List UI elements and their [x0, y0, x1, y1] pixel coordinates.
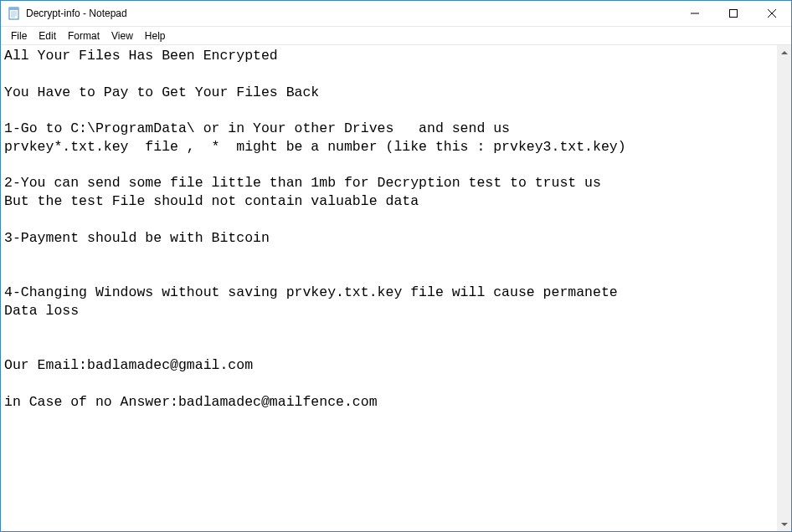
- svg-rect-1: [9, 8, 18, 10]
- svg-rect-7: [730, 10, 738, 18]
- scroll-up-button[interactable]: [777, 45, 791, 59]
- scroll-down-button[interactable]: [777, 517, 791, 531]
- window-title: Decrypt-info - Notepad: [26, 8, 676, 19]
- minimize-button[interactable]: [676, 1, 714, 26]
- maximize-icon: [729, 9, 738, 18]
- titlebar[interactable]: Decrypt-info - Notepad: [1, 1, 791, 27]
- text-editor[interactable]: All Your Files Has Been Encrypted You Ha…: [1, 45, 777, 531]
- vertical-scrollbar[interactable]: [777, 45, 791, 531]
- content-wrapper: All Your Files Has Been Encrypted You Ha…: [1, 44, 791, 531]
- close-button[interactable]: [753, 1, 791, 26]
- chevron-up-icon: [781, 49, 788, 56]
- menu-edit[interactable]: Edit: [33, 28, 62, 43]
- chevron-down-icon: [781, 521, 788, 528]
- notepad-icon: [8, 7, 21, 20]
- menu-view[interactable]: View: [105, 28, 139, 43]
- close-icon: [768, 9, 776, 18]
- menu-file[interactable]: File: [5, 28, 33, 43]
- minimize-icon: [691, 9, 699, 18]
- maximize-button[interactable]: [714, 1, 753, 26]
- menu-format[interactable]: Format: [62, 28, 105, 43]
- menu-help[interactable]: Help: [139, 28, 172, 43]
- window-controls: [676, 1, 791, 26]
- menubar: File Edit Format View Help: [1, 27, 791, 44]
